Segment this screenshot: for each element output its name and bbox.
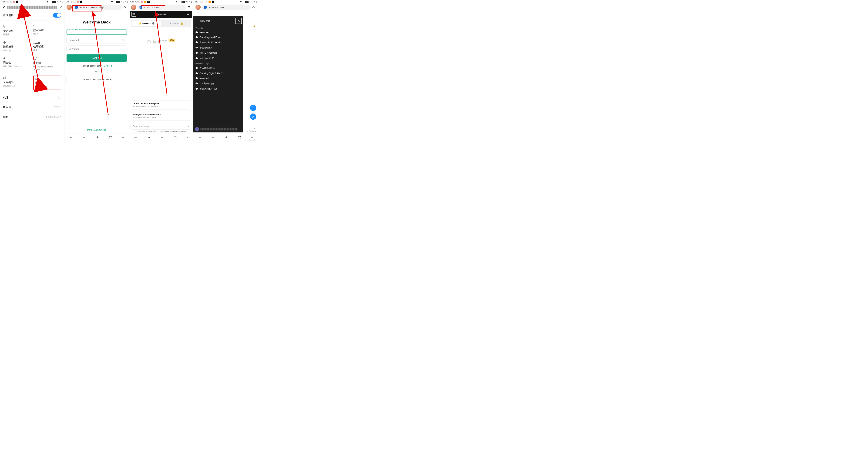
annotation-redbox [141,5,165,11]
tile-linkspeed: ◷ 连接速度 286Mbps [3,41,31,52]
password-field[interactable]: Password 👁 [66,37,127,43]
reload-icon[interactable]: ⟳ [252,5,256,9]
send-icon[interactable]: ➤ [187,125,190,128]
nav-menu-icon[interactable]: ≡ [186,135,188,139]
battery-icon: 18 [188,1,192,3]
conversation-item[interactable]: 💬TLS安全性考虑 [193,81,243,86]
profile-avatar[interactable] [66,5,72,10]
new-chat-plus-icon[interactable]: ＋ [184,12,192,16]
row-proxy[interactable]: 代理 无◇ [0,93,64,102]
status-bar: 9:00 | 33.1K/s ⏰ ♪ ✱ HD ▮▮▮▮ ⌔ 22 [0,0,64,4]
conversation-item[interactable]: 💬Counting Right Shifts: 32 [193,71,243,76]
status-netspeed: | 33.1K/s [6,1,12,3]
confirm-check-icon[interactable]: ✓ [59,5,62,9]
model-gpt35[interactable]: ⚡ GPT-3.5 i [132,20,161,26]
profile-avatar[interactable] [195,5,200,10]
nav-back-icon[interactable]: ← [134,135,137,139]
conversation-item[interactable]: 💬生成动态爱心代码 [193,86,243,92]
app-icon [144,1,147,3]
nav-tabs-icon[interactable]: ▢ [174,135,177,139]
auto-connect-toggle[interactable] [53,13,61,18]
conversation-item[interactable]: 💬Code Logic and Errors [193,35,243,40]
url-text: 192.168.137.1:8888 [208,6,224,8]
address-bar-row: ✓ 192.168.137.1:8888 ⟳ [193,4,258,11]
cell-signal-icon: ▮▮▮▮ [245,1,249,3]
chat-bubble-icon: 💬 [195,77,198,79]
nav-tabs-icon[interactable]: ▢ [109,135,112,139]
need-token-text: Need an access token? Go get it [82,65,112,67]
screen-login: 9:00 | 111K/s ⏰ ♪ ✱ HD ▮▮▮▮ ⌔ 22 ✓ 192.1… [65,0,129,141]
reload-icon[interactable]: ⟳ [187,5,191,9]
nav-newtab-icon[interactable]: ＋ [160,135,164,140]
underlay-plus-icon: ＋ [253,17,256,21]
chat-topbar: New chat ＋ [130,11,192,18]
bluetooth-icon: ✱ [176,1,177,3]
fab-send[interactable]: ➤ [250,113,256,120]
nav-forward-icon[interactable]: → [147,135,151,139]
url-bar[interactable]: ✓ 192.168.137.1:8888 [202,5,251,10]
chat-bubble-icon: 💬 [195,82,198,85]
close-icon[interactable]: ✕ [2,5,5,9]
nav-newtab-icon[interactable]: ＋ [225,135,228,140]
auto-connect-row: 自动连接 [0,11,64,20]
watermark: CSDN 半夏学习的季节 [244,139,256,141]
github-link[interactable]: Pandora on GitHub [65,129,129,131]
tiktok-icon: ♪ [16,1,19,3]
mfa-field[interactable]: MFA Code [66,45,127,53]
access-token-button[interactable]: Continue with Access Token [66,76,127,83]
close-sidebar-button[interactable]: ✕ [236,18,242,24]
chat-bubble-icon: 💬 [195,31,198,34]
nav-newtab-icon[interactable]: ＋ [96,135,99,140]
nav-back-icon[interactable]: ← [198,135,202,139]
hamburger-icon[interactable] [131,12,136,16]
suggestion-2[interactable]: Design a database schema for an online m… [131,111,191,121]
conversation-item[interactable]: 💬CDN反代功能解释 [193,50,243,56]
new-chat-button[interactable]: ＋ New chat [195,18,235,24]
pandora-link[interactable]: Pandora [249,130,256,132]
conversation-item[interactable]: 💬New chat [193,30,243,35]
go-get-it-link[interactable]: Go get it [104,65,112,67]
screen-newchat: 9:02 | 6.3K/s ⏰ ♪ ✱ HD ▮▮▮▮ ⌔ 18 ✓ 192.1… [129,0,193,141]
nav-forward-icon[interactable]: → [212,135,215,139]
subnet-icon: 品 [3,76,31,80]
more-icon[interactable]: ⋯ [239,128,241,131]
battery-icon: 22 [59,1,63,3]
drawer-account[interactable]: ⋯ [193,126,243,133]
tiktok-icon: ♪ [147,1,150,3]
model-switch: ⚡ GPT-3.5 i ✦ GPT-4 🔒 [131,20,191,27]
nav-menu-icon[interactable]: ≡ [122,135,124,139]
nav-forward-icon[interactable]: → [83,135,86,139]
nav-tabs-icon[interactable]: ▢ [238,135,241,139]
wifi-icon: ⌔ [121,1,122,3]
eye-icon[interactable]: 👁 [122,39,124,41]
email-field[interactable]: Email address [66,29,127,34]
message-input[interactable]: Send a message ➤ [130,123,192,130]
reload-icon[interactable]: ⟳ [123,5,127,9]
info-icon: ⓘ [3,24,31,28]
lock-icon: 🔒 [253,25,256,27]
cell-signal-icon: ▮▮▮▮ [52,1,56,3]
annotation-redbox [72,5,101,11]
disclaimer: This service is not an official OpenAI s… [129,131,193,133]
continue-button[interactable]: Continue [66,54,127,62]
model-gpt4[interactable]: ✦ GPT-4 🔒 [162,20,191,27]
conversation-item[interactable]: 💬表达式类型转换 [193,66,243,71]
screen-sidebar: 9:02 | 6.3K/s ⏰ ♪ ✱ HD ▮▮▮▮ ⌔ 18 ✓ 192.1… [193,0,258,141]
screen-wifi-details: 9:00 | 33.1K/s ⏰ ♪ ✱ HD ▮▮▮▮ ⌔ 22 ✕ ✓ 自动… [0,0,65,141]
fab-scan[interactable]: ⛶ [250,105,256,111]
tile-subnet: 品 子网掩码 255.255.255.0 [3,76,31,90]
nav-back-icon[interactable]: ← [69,135,73,139]
nav-menu-icon[interactable]: ≡ [251,135,253,139]
chat-bubble-icon: 💬 [195,88,198,90]
row-privacy[interactable]: 隐私 使用随机 MAC◇ [0,112,64,122]
pandora-link[interactable]: Pandora [179,131,186,133]
status-time: 9:02 [195,1,198,3]
conversation-item[interactable]: 💬修改Nginx配置 [193,56,243,61]
bluetooth-icon: ✱ [46,1,48,3]
row-ipset[interactable]: IP 设置 DHCP◇ [0,102,64,112]
conversation-item[interactable]: 💬New chat [193,76,243,81]
suggestion-1[interactable]: Show me a code snippet of a website's st… [131,100,191,110]
conversation-item[interactable]: 💬语境情绪应对 [193,45,243,50]
conversation-item[interactable]: 💬Short vs Int Conversion [193,40,243,45]
profile-avatar[interactable] [131,5,136,10]
